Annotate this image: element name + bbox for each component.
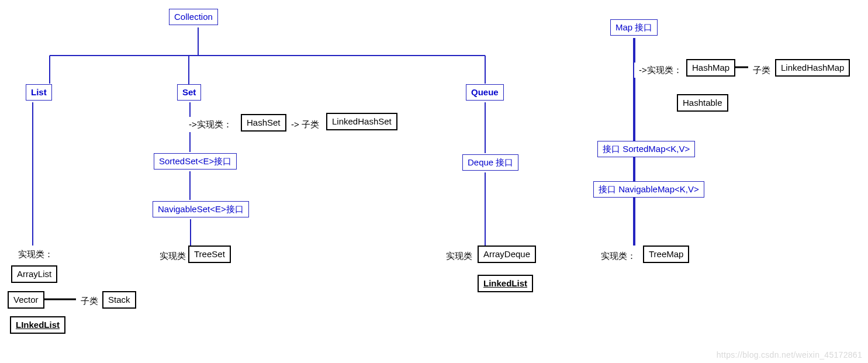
label-vector-subclass: 子类 <box>76 293 103 309</box>
node-vector: Vector <box>8 291 44 309</box>
label: HashSet <box>247 117 281 127</box>
label: 接口 NavigableMap<K,V> <box>599 184 699 194</box>
node-sortedmap: 接口 SortedMap<K,V> <box>597 141 695 157</box>
label: ArrayDeque <box>483 249 530 259</box>
node-hashtable: Hashtable <box>677 94 728 112</box>
text: 实现类： <box>601 251 636 261</box>
node-navigableset: NavigableSet<E>接口 <box>153 201 249 217</box>
node-hashset: HashSet <box>241 114 286 132</box>
node-set: Set <box>177 84 201 101</box>
node-map-interface: Map 接口 <box>610 19 658 36</box>
node-hashmap: HashMap <box>686 59 735 77</box>
node-navigablemap: 接口 NavigableMap<K,V> <box>593 181 704 198</box>
text: ->实现类： <box>189 119 232 129</box>
text: 实现类： <box>18 249 53 259</box>
node-queue-linkedlist: LinkedList <box>478 275 533 292</box>
label: LinkedHashSet <box>332 116 392 126</box>
label: Queue <box>471 87 499 97</box>
node-stack: Stack <box>102 291 136 309</box>
label: Stack <box>108 295 130 305</box>
node-linkedhashmap: LinkedHashMap <box>775 59 850 77</box>
label: Hashtable <box>683 98 722 108</box>
text: 子类 <box>81 296 98 306</box>
label-map-impl: 实现类： <box>596 248 641 264</box>
label: LInkedList <box>16 320 60 330</box>
node-arraylist: ArrayList <box>11 265 57 283</box>
node-sortedset: SortedSet<E>接口 <box>154 153 237 170</box>
text: 子类 <box>753 65 770 75</box>
label: Set <box>182 87 196 97</box>
label-set-impl: 实现类 <box>155 248 191 264</box>
label: LinkedHashMap <box>781 63 844 72</box>
label: Deque 接口 <box>468 157 513 167</box>
label-queue-impl: 实现类 <box>441 248 477 264</box>
label: NavigableSet<E>接口 <box>158 204 244 214</box>
label-set-sub-arrow: -> 子类 <box>286 117 324 132</box>
node-queue: Queue <box>466 84 504 101</box>
node-list: List <box>26 84 52 101</box>
label: LinkedList <box>483 278 527 288</box>
node-list-linkedlist: LInkedList <box>10 316 65 334</box>
label: ArrayList <box>17 269 51 279</box>
node-linkedhashset: LinkedHashSet <box>326 113 397 130</box>
node-deque: Deque 接口 <box>462 154 518 171</box>
label-set-impl-arrow: ->实现类： <box>184 117 237 132</box>
label: 接口 SortedMap<K,V> <box>603 144 690 154</box>
label: List <box>31 87 47 97</box>
label-list-impl: 实现类： <box>13 247 58 262</box>
text: https://blog.csdn.net/weixin_45172861 <box>717 350 862 359</box>
label: SortedSet<E>接口 <box>159 156 231 166</box>
label: TreeSet <box>194 249 225 259</box>
text: ->实现类： <box>639 65 682 75</box>
text: -> 子类 <box>291 119 319 129</box>
label: TreeMap <box>649 249 683 259</box>
node-treemap: TreeMap <box>643 246 689 263</box>
label: Vector <box>13 295 39 305</box>
node-arraydeque: ArrayDeque <box>478 246 536 263</box>
text: 实现类 <box>446 251 472 261</box>
text: 实现类 <box>160 251 186 261</box>
label-map-subclass: 子类 <box>748 63 775 78</box>
node-treeset: TreeSet <box>188 246 231 263</box>
watermark: https://blog.csdn.net/weixin_45172861 <box>717 350 862 359</box>
label: Collection <box>174 12 213 22</box>
label-map-impl-arrow: ->实现类： <box>634 63 687 78</box>
node-collection: Collection <box>169 9 218 25</box>
label: Map 接口 <box>615 22 652 32</box>
label: HashMap <box>692 63 729 72</box>
